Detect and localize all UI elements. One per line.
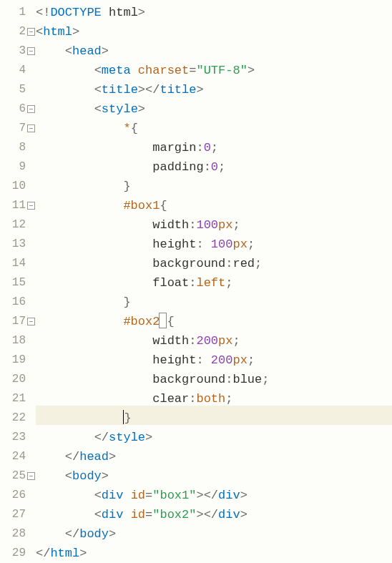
token-tag: title <box>160 83 196 97</box>
token-prop: background <box>152 373 225 386</box>
token-punct: } <box>124 411 131 425</box>
code-line[interactable]: <!DOCTYPE html> <box>36 3 392 22</box>
fold-marker-icon[interactable] <box>27 318 35 325</box>
token-punct: > <box>79 547 87 560</box>
token-val: left <box>196 276 225 290</box>
code-line[interactable]: width:100px; <box>36 215 392 235</box>
code-line[interactable]: padding:0; <box>36 157 392 177</box>
indent <box>36 238 152 251</box>
code-line[interactable]: #box2{ <box>36 312 392 331</box>
token-unit: px <box>232 238 247 251</box>
token-prop: float <box>152 276 189 290</box>
token-prop: width <box>152 218 189 232</box>
line-number: 29 <box>0 544 26 563</box>
token-punct: </ <box>36 547 50 560</box>
code-line[interactable]: <div id="box2"></div> <box>36 505 392 524</box>
fold-marker-icon[interactable] <box>27 472 35 480</box>
token-tag: html <box>50 547 79 560</box>
token-punct: < <box>94 102 102 116</box>
code-line[interactable]: <html> <box>36 22 392 41</box>
token-punct: = <box>189 64 196 77</box>
token-punct: > <box>196 83 203 97</box>
token-unit: px <box>232 353 247 367</box>
line-number: 27 <box>0 505 26 524</box>
token-punct: > <box>109 450 116 464</box>
code-line[interactable]: <style> <box>36 99 392 119</box>
fold-marker-icon[interactable] <box>27 47 35 55</box>
token-text <box>123 508 130 522</box>
code-line[interactable]: background:red; <box>36 254 392 273</box>
token-punct: < <box>94 489 102 502</box>
token-punct: : <box>189 276 196 290</box>
fold-marker-icon[interactable] <box>27 124 35 132</box>
code-line[interactable]: height: 100px; <box>36 235 392 254</box>
token-attr: id <box>131 508 145 522</box>
code-line[interactable]: <div id="box1"></div> <box>36 486 392 505</box>
line-number: 16 <box>0 293 26 312</box>
code-line[interactable]: </style> <box>36 428 392 447</box>
code-line[interactable]: margin:0; <box>36 138 392 157</box>
token-punct: : <box>225 257 232 270</box>
token-punct: </ <box>65 450 79 464</box>
code-line[interactable]: </head> <box>36 447 392 466</box>
line-number: 13 <box>0 235 26 254</box>
indent <box>36 353 152 367</box>
token-num: 100 <box>211 238 233 251</box>
code-line[interactable]: </html> <box>36 544 392 563</box>
code-line[interactable]: height: 200px; <box>36 351 392 370</box>
token-num: 200 <box>196 334 218 348</box>
token-punct: : <box>225 373 232 386</box>
line-number: 25 <box>0 466 26 486</box>
token-text: html <box>102 6 138 19</box>
token-tag: head <box>72 44 102 58</box>
line-number: 22 <box>0 408 26 428</box>
fold-marker-icon[interactable] <box>27 202 35 210</box>
code-area[interactable]: <!DOCTYPE html><html> <head> <meta chars… <box>36 0 392 563</box>
token-punct: ; <box>225 276 232 290</box>
code-line[interactable]: *{ <box>36 119 392 138</box>
token-text <box>131 64 138 77</box>
code-editor[interactable]: 1234567891011121314151617181920212223242… <box>0 0 392 563</box>
line-number: 1 <box>0 3 26 22</box>
token-punct: } <box>123 295 130 309</box>
indent <box>36 122 123 135</box>
token-prop: height <box>152 353 196 367</box>
code-line[interactable]: #box1{ <box>36 196 392 215</box>
token-attr: charset <box>138 64 189 77</box>
code-line[interactable]: <body> <box>36 466 392 486</box>
line-number: 18 <box>0 331 26 351</box>
token-punct: ></ <box>196 508 218 522</box>
code-line[interactable]: <title></title> <box>36 80 392 99</box>
token-punct: : <box>189 334 196 348</box>
code-line[interactable]: } <box>36 293 392 312</box>
code-line[interactable]: <meta charset="UTF-8"> <box>36 61 392 80</box>
token-tag: style <box>109 431 145 444</box>
token-punct: < <box>36 25 43 39</box>
token-punct: ; <box>232 334 240 348</box>
code-line[interactable]: float:left; <box>36 273 392 293</box>
fold-marker-icon[interactable] <box>27 28 35 36</box>
token-punct: ; <box>262 373 269 386</box>
code-line[interactable]: </body> <box>36 524 392 544</box>
token-punct: ; <box>232 218 240 232</box>
token-val: both <box>196 392 225 406</box>
code-line[interactable]: } <box>36 177 392 196</box>
line-number: 3 <box>0 41 26 61</box>
code-line[interactable]: <head> <box>36 41 392 61</box>
indent <box>36 141 152 155</box>
indent <box>36 489 94 502</box>
token-punct: < <box>94 83 102 97</box>
code-line[interactable]: width:200px; <box>36 331 392 351</box>
line-number: 21 <box>0 389 26 408</box>
line-number: 28 <box>0 524 26 544</box>
token-str: "box2" <box>152 508 196 522</box>
cursor-box-icon <box>159 313 167 328</box>
fold-column[interactable] <box>27 0 36 563</box>
token-punct: > <box>72 25 79 39</box>
code-line[interactable]: background:blue; <box>36 370 392 389</box>
token-prop: width <box>152 334 189 348</box>
fold-marker-icon[interactable] <box>27 105 35 113</box>
line-number: 23 <box>0 428 26 447</box>
token-unit: px <box>218 218 232 232</box>
line-number: 15 <box>0 273 26 293</box>
